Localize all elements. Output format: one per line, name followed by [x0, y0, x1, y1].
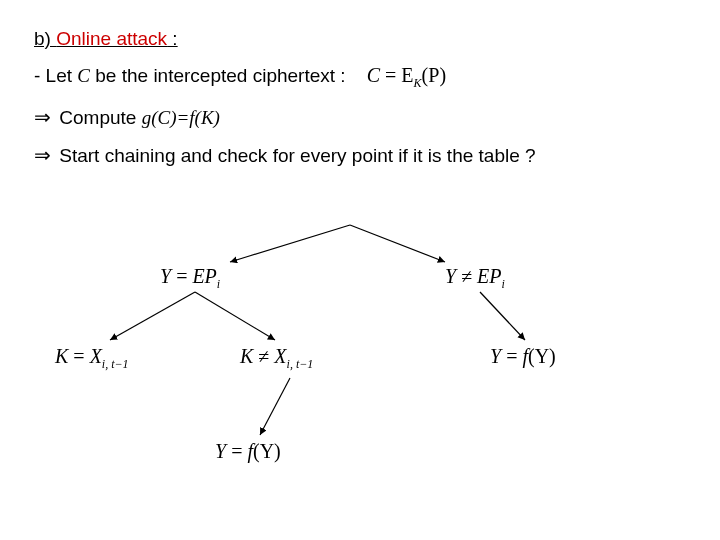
eq-top-sub: K	[414, 76, 422, 90]
flow-diagram: Y = EPi Y ≠ EPi K = Xi, t−1 K ≠ Xi, t−1 …	[50, 220, 670, 520]
compute-expr: g(C)=f(K)	[142, 107, 220, 128]
node-y-eq-fy-right: Y = f(Y)	[490, 345, 556, 368]
let-line: - Let C be the intercepted ciphertext : …	[34, 64, 686, 91]
svg-line-3	[195, 292, 275, 340]
let-var: C	[77, 65, 90, 86]
start-line: ⇒ Start chaining and check for every poi…	[34, 143, 686, 167]
eq-top-lhs: C	[367, 64, 380, 86]
svg-line-5	[260, 378, 290, 435]
node-k-neq-x: K ≠ Xi, t−1	[240, 345, 313, 372]
eq-top: C = EK(P)	[367, 64, 446, 86]
let-after: be the intercepted ciphertext :	[90, 65, 346, 86]
svg-line-4	[480, 292, 525, 340]
svg-line-1	[350, 225, 445, 262]
double-arrow-icon: ⇒	[34, 143, 54, 167]
node-y-eq-fy-bottom: Y = f(Y)	[215, 440, 281, 463]
heading-highlight: Online attack	[56, 28, 167, 49]
svg-line-0	[230, 225, 350, 262]
eq-top-mid: = E	[380, 64, 414, 86]
node-k-eq-x: K = Xi, t−1	[55, 345, 129, 372]
diagram-arrows	[50, 220, 670, 520]
start-text: Start chaining and check for every point…	[54, 145, 536, 166]
double-arrow-icon: ⇒	[34, 105, 54, 129]
heading-prefix: b)	[34, 28, 56, 49]
compute-before: Compute	[54, 107, 142, 128]
eq-top-rhs: (P)	[422, 64, 446, 86]
slide-content: b) Online attack : - Let C be the interc…	[0, 0, 720, 167]
node-y-neq-ep: Y ≠ EPi	[445, 265, 505, 292]
compute-line: ⇒ Compute g(C)=f(K)	[34, 105, 686, 129]
heading-line: b) Online attack :	[34, 28, 686, 50]
svg-line-2	[110, 292, 195, 340]
let-before: - Let	[34, 65, 77, 86]
node-y-eq-ep: Y = EPi	[160, 265, 220, 292]
heading-suffix: :	[167, 28, 178, 49]
